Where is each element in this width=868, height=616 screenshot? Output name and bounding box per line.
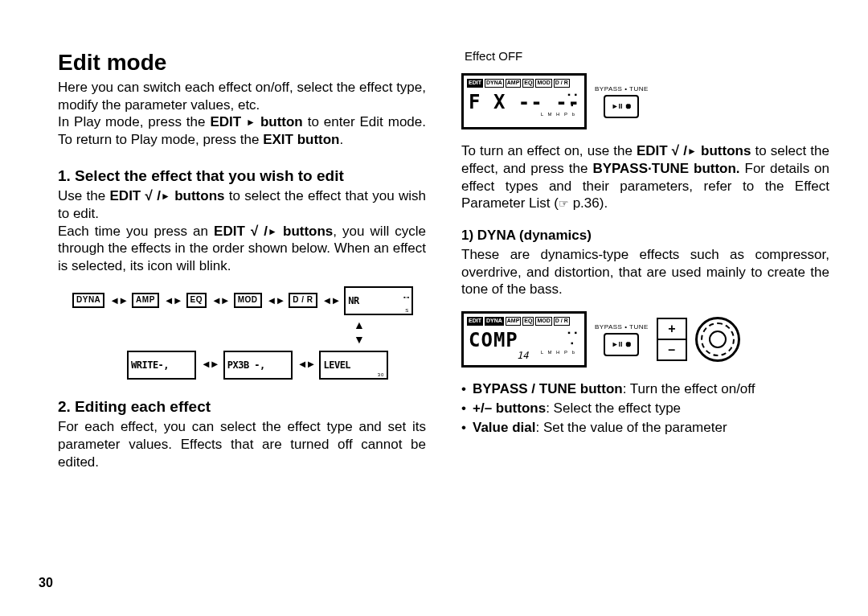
- intro-paragraph-2: In Play mode, press the EDIT ► button to…: [58, 113, 426, 149]
- lcd-nr: NR▪▫▪S: [344, 286, 413, 315]
- section-2-heading: 2. Editing each effect: [58, 397, 426, 417]
- list-item: +/– buttons: Select the effect type: [461, 400, 829, 417]
- controls-bullet-list: BYPASS / TUNE button: Turn the effect on…: [461, 380, 829, 436]
- fx-dr: D / R: [289, 293, 317, 308]
- fx-dyna: DYNA: [72, 293, 104, 308]
- lcd-comp: EDIT DYNA AMP EQ MOD D / R COMP ▪ ▪ ▪ L …: [461, 311, 587, 368]
- section-2-p: For each effect, you can select the effe…: [58, 418, 426, 470]
- lcd-px3b: PX3B -,: [223, 351, 293, 380]
- bypass-tune-label-2: BYPASS • TUNE: [595, 323, 649, 331]
- lcd-level: LEVEL30: [319, 351, 388, 380]
- right-column: Effect OFF EDIT DYNA AMP EQ MOD D / R F …: [461, 48, 829, 470]
- bypass-tune-button-2[interactable]: ►II ⏺: [604, 333, 639, 356]
- pointing-hand-icon: ☞: [559, 197, 569, 210]
- section-dyna-p: These are dynamics-type effects such as …: [461, 246, 829, 298]
- section-1-heading: 1. Select the effect that you wish to ed…: [58, 166, 426, 186]
- left-column: Edit mode Here you can switch each effec…: [58, 48, 426, 470]
- fx-mod: MOD: [234, 293, 262, 308]
- effect-off-caption: Effect OFF: [465, 48, 522, 64]
- effect-flow-diagram: DYNA◄► AMP◄► EQ◄► MOD◄► D / R◄► NR▪▫▪S ▲…: [72, 286, 426, 380]
- lcd-fx-off: EDIT DYNA AMP EQ MOD D / R F X -- -- ▪ ▪…: [461, 73, 587, 129]
- right-p1: To turn an effect on, use the EDIT √ /► …: [461, 142, 829, 212]
- bypass-tune-label-1: BYPASS • TUNE: [595, 85, 649, 93]
- page-title: Edit mode: [58, 48, 426, 77]
- intro-paragraph-1: Here you can switch each effect on/off, …: [58, 79, 426, 114]
- value-dial[interactable]: [695, 317, 740, 362]
- minus-button[interactable]: –: [658, 340, 686, 359]
- lcd-write: WRITE-,: [127, 351, 196, 380]
- section-1-p2: Each time you press an EDIT √ /► buttons…: [58, 223, 426, 275]
- fx-amp: AMP: [132, 293, 159, 308]
- section-dyna-heading: 1) DYNA (dynamics): [461, 227, 829, 244]
- bypass-tune-button-1[interactable]: ►II ⏺: [604, 95, 639, 118]
- fx-eq: EQ: [186, 293, 207, 308]
- list-item: BYPASS / TUNE button: Turn the effect on…: [461, 380, 829, 398]
- section-1-p1: Use the EDIT √ /► buttons to select the …: [58, 187, 426, 223]
- page-number: 30: [39, 576, 53, 590]
- plus-button[interactable]: +: [658, 319, 686, 340]
- plus-minus-buttons[interactable]: + –: [657, 318, 687, 361]
- list-item: Value dial: Set the value of the paramet…: [461, 419, 829, 437]
